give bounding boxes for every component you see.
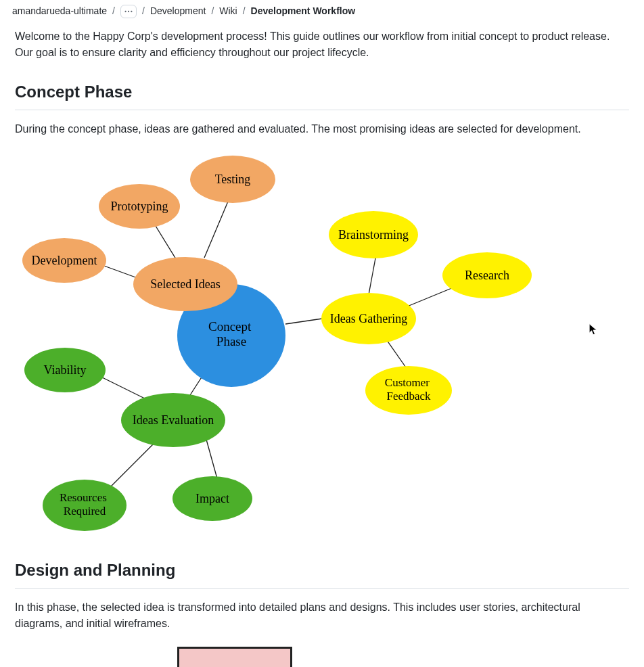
label-ideas-evaluation: Ideas Evaluation (133, 413, 214, 427)
ellipsis-icon (124, 7, 133, 16)
svg-text:Customer
          Feedback: Customer Feedback (385, 376, 432, 402)
svg-point-0 (124, 10, 126, 12)
node-resources-required: Resources Required (43, 480, 127, 531)
breadcrumb-sep: / (211, 4, 214, 18)
breadcrumb-project[interactable]: Development (150, 4, 206, 18)
node-testing: Testing (190, 156, 275, 203)
node-selected-ideas: Selected Ideas (133, 257, 237, 311)
label-prototyping: Prototyping (110, 200, 168, 213)
node-viability: Viability (24, 348, 106, 392)
breadcrumb-sep: / (112, 4, 115, 18)
node-idea-selection: Idea Selection (177, 647, 292, 667)
intro-paragraph: Welcome to the Happy Corp's development … (15, 28, 629, 61)
node-development: Development (22, 238, 106, 283)
node-research: Research (442, 252, 532, 298)
label-impact: Impact (196, 492, 229, 505)
node-ideas-gathering: Ideas Gathering (321, 293, 416, 344)
label-brainstorming: Brainstorming (338, 228, 409, 242)
node-customer-feedback: Customer Feedback (365, 366, 452, 415)
wiki-content: Welcome to the Happy Corp's development … (0, 28, 644, 667)
label-ideas-gathering: Ideas Gathering (330, 312, 407, 325)
breadcrumb-ellipsis-button[interactable] (120, 5, 137, 18)
breadcrumb-root[interactable]: amandarueda-ultimate (12, 4, 107, 18)
breadcrumb-current: Development Workflow (251, 4, 356, 18)
concept-phase-mindmap: Concept Phase Selected Ideas Prototyping… (15, 150, 629, 542)
svg-point-2 (131, 10, 132, 12)
breadcrumb: amandarueda-ultimate / / Development / W… (0, 0, 644, 26)
design-planning-heading: Design and Planning (15, 558, 629, 589)
svg-line-7 (204, 193, 231, 258)
concept-phase-text: During the concept phase, ideas are gath… (15, 121, 629, 137)
breadcrumb-sep: / (142, 4, 145, 18)
breadcrumb-sep: / (243, 4, 246, 18)
concept-phase-heading: Concept Phase (15, 80, 629, 110)
node-brainstorming: Brainstorming (329, 211, 418, 258)
svg-point-1 (128, 10, 129, 12)
label-research: Research (465, 269, 509, 282)
design-planning-text: In this phase, the selected idea is tran… (15, 599, 629, 632)
design-flow-diagram: Idea Selection (15, 647, 629, 667)
label-selected-ideas: Selected Ideas (150, 277, 220, 291)
node-prototyping: Prototyping (99, 184, 180, 229)
node-impact: Impact (172, 476, 252, 521)
breadcrumb-section[interactable]: Wiki (219, 4, 237, 18)
label-development: Development (32, 254, 97, 267)
node-ideas-evaluation: Ideas Evaluation (121, 393, 225, 447)
label-viability: Viability (44, 363, 87, 377)
label-testing: Testing (215, 172, 251, 186)
svg-text:Resources
          Required: Resources Required (60, 491, 110, 518)
